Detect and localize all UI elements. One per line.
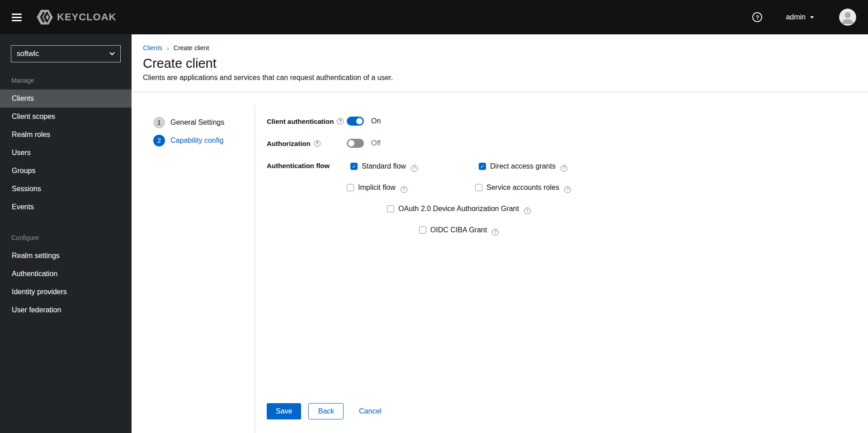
form-fields: Client authentication ? On Authorization… xyxy=(267,117,868,403)
keycloak-logo: KEYCLOAK xyxy=(36,9,116,25)
checkbox-box[interactable]: ✓ xyxy=(350,163,358,170)
sidebar-item-client-scopes[interactable]: Client scopes xyxy=(0,108,132,126)
form-row-authorization: Authorization ? Off xyxy=(267,139,868,150)
step-number-badge: 1 xyxy=(153,117,165,128)
keycloak-admin-console: KEYCLOAK ? admin softwlc xyxy=(0,34,868,433)
toggle-handle xyxy=(356,118,363,124)
breadcrumb-separator-icon: › xyxy=(167,45,169,52)
sidebar-item-realm-settings[interactable]: Realm settings xyxy=(0,247,132,265)
help-icon[interactable]: ? xyxy=(337,118,344,125)
nav-list-configure: Realm settings Authentication Identity p… xyxy=(0,247,132,319)
check-icon: ✓ xyxy=(480,164,484,169)
checkbox-oauth-device-authorization-grant[interactable]: ✓ OAuth 2.0 Device Authorization Grant ? xyxy=(387,203,531,214)
checkbox-row: ✓ OAuth 2.0 Device Authorization Grant ? xyxy=(387,203,531,214)
authentication-flow-label: Authentication flow xyxy=(267,161,347,169)
wizard-steps-nav: 1 General Settings 2 Capability config xyxy=(132,92,255,433)
client-authentication-state: On xyxy=(371,117,381,125)
help-icon[interactable]: ? xyxy=(564,186,571,193)
wizard-step-capability-config[interactable]: 2 Capability config xyxy=(153,135,255,146)
page-title: Create client xyxy=(143,56,854,71)
help-icon[interactable]: ? xyxy=(752,12,762,22)
sidebar-item-authentication[interactable]: Authentication xyxy=(0,265,132,283)
sidebar-item-clients[interactable]: Clients xyxy=(0,89,132,108)
create-client-wizard: 1 General Settings 2 Capability config C… xyxy=(132,92,868,433)
capability-config-form: Client authentication ? On Authorization… xyxy=(255,92,868,433)
nav-section-manage: Manage xyxy=(11,77,132,84)
checkbox-row: ✓ OIDC CIBA Grant ? xyxy=(419,225,499,235)
realm-selector[interactable]: softwlc xyxy=(11,45,121,62)
checkbox-service-accounts-roles[interactable]: ✓ Service accounts roles ? xyxy=(475,182,571,193)
help-icon[interactable]: ? xyxy=(492,229,499,235)
realm-name: softwlc xyxy=(17,50,39,58)
help-icon[interactable]: ? xyxy=(314,140,321,147)
checkbox-standard-flow[interactable]: ✓ Standard flow ? xyxy=(350,161,479,172)
form-row-authentication-flow: Authentication flow ✓ Standard flow ? xyxy=(267,161,868,246)
checkbox-box[interactable]: ✓ xyxy=(347,184,354,191)
help-icon[interactable]: ? xyxy=(401,186,407,193)
sidebar-item-sessions[interactable]: Sessions xyxy=(0,180,132,198)
breadcrumb-current: Create client xyxy=(174,44,209,52)
step-label: General Settings xyxy=(170,118,224,127)
checkbox-row: ✓ Implicit flow ? ✓ Service accounts rol… xyxy=(347,182,571,193)
keycloak-logo-icon xyxy=(36,9,53,25)
checkbox-implicit-flow[interactable]: ✓ Implicit flow ? xyxy=(347,182,475,193)
sidebar-item-realm-roles[interactable]: Realm roles xyxy=(0,126,132,144)
username: admin xyxy=(786,13,806,21)
page-subtitle: Clients are applications and services th… xyxy=(143,74,854,82)
sidebar-item-user-federation[interactable]: User federation xyxy=(0,301,132,319)
help-icon[interactable]: ? xyxy=(561,165,567,172)
help-icon[interactable]: ? xyxy=(524,207,531,214)
main-content: Clients › Create client Create client Cl… xyxy=(132,34,868,433)
step-label: Capability config xyxy=(170,136,223,145)
form-actions: Save Back Cancel xyxy=(267,403,868,433)
sidebar-item-events[interactable]: Events xyxy=(0,198,132,216)
page-header: Create client Clients are applications a… xyxy=(132,52,868,82)
masthead-toolbar: ? admin xyxy=(752,9,856,26)
client-authentication-label: Client authentication ? xyxy=(267,117,347,125)
checkbox-box[interactable]: ✓ xyxy=(475,184,482,191)
back-button[interactable]: Back xyxy=(308,403,344,419)
check-icon: ✓ xyxy=(352,164,356,169)
user-menu[interactable]: admin xyxy=(786,13,814,21)
authorization-toggle[interactable] xyxy=(347,139,364,148)
brand-wordmark: KEYCLOAK xyxy=(57,11,116,23)
form-row-client-authentication: Client authentication ? On xyxy=(267,117,868,127)
checkbox-box[interactable]: ✓ xyxy=(479,163,486,170)
sidebar-item-identity-providers[interactable]: Identity providers xyxy=(0,283,132,301)
checkbox-box[interactable]: ✓ xyxy=(387,205,394,212)
checkbox-oidc-ciba-grant[interactable]: ✓ OIDC CIBA Grant ? xyxy=(419,225,499,235)
avatar[interactable] xyxy=(839,9,856,26)
cancel-button[interactable]: Cancel xyxy=(359,407,382,415)
nav-section-configure: Configure xyxy=(11,234,132,241)
authorization-state: Off xyxy=(371,139,381,147)
chevron-down-icon xyxy=(109,52,115,56)
nav-list-manage: Clients Client scopes Realm roles Users … xyxy=(0,89,132,216)
help-icon[interactable]: ? xyxy=(411,165,418,172)
save-button[interactable]: Save xyxy=(267,403,301,419)
checkbox-box[interactable]: ✓ xyxy=(419,226,426,234)
checkbox-direct-access-grants[interactable]: ✓ Direct access grants ? xyxy=(479,161,567,172)
step-number-badge: 2 xyxy=(153,135,165,146)
authorization-label: Authorization ? xyxy=(267,139,347,147)
client-authentication-toggle[interactable] xyxy=(347,117,364,126)
breadcrumb: Clients › Create client xyxy=(132,34,868,52)
masthead: KEYCLOAK ? admin xyxy=(0,0,868,34)
wizard-step-general-settings[interactable]: 1 General Settings xyxy=(153,117,255,128)
toggle-handle xyxy=(348,140,354,146)
caret-down-icon xyxy=(810,16,814,19)
avatar-icon xyxy=(839,9,856,26)
sidebar-item-groups[interactable]: Groups xyxy=(0,162,132,180)
checkbox-row: ✓ Standard flow ? ✓ Direct access grants… xyxy=(350,161,567,172)
sidebar: softwlc Manage Clients Client scopes Rea… xyxy=(0,34,132,433)
breadcrumb-link-clients[interactable]: Clients xyxy=(143,44,162,52)
hamburger-menu-icon[interactable] xyxy=(12,12,23,23)
sidebar-item-users[interactable]: Users xyxy=(0,144,132,162)
